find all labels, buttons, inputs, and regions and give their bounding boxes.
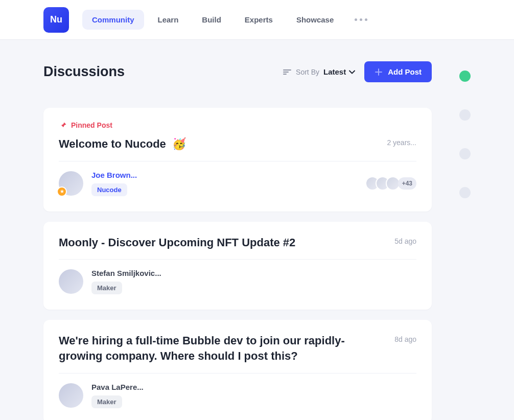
post-time: 8d ago: [394, 335, 416, 343]
post-list: Pinned Post Welcome to Nucode 🥳 2 years.…: [43, 108, 432, 420]
post-tag[interactable]: Maker: [91, 282, 122, 294]
avatar[interactable]: [59, 269, 83, 294]
primary-nav: Community Learn Build Experts Showcase: [82, 10, 375, 30]
post-title: We're hiring a full-time Bubble dev to j…: [59, 333, 384, 363]
author-name: Pava LaPere...: [91, 383, 144, 391]
participants-more: +43: [398, 177, 416, 190]
nav-item-community[interactable]: Community: [82, 10, 144, 30]
add-post-button[interactable]: Add Post: [364, 61, 432, 82]
sort-dropdown[interactable]: Sort By Latest: [283, 67, 355, 76]
main-content: Discussions Sort By Latest Add Post: [43, 61, 432, 420]
add-post-label: Add Post: [388, 67, 422, 76]
nav-item-showcase[interactable]: Showcase: [287, 10, 343, 30]
avatar[interactable]: [59, 171, 83, 196]
participants[interactable]: +43: [369, 176, 416, 191]
post-tag[interactable]: Nucode: [91, 183, 127, 196]
page-title: Discussions: [43, 64, 125, 80]
dot-icon: [360, 18, 362, 21]
sidebar-peek: [459, 61, 471, 420]
pin-icon: [59, 121, 67, 129]
status-dot-icon: [459, 187, 471, 198]
pinned-tag: Pinned Post: [59, 121, 416, 129]
nav-item-learn[interactable]: Learn: [148, 10, 189, 30]
divider: [59, 373, 416, 374]
status-dot-icon: [459, 71, 471, 82]
post-card[interactable]: Pinned Post Welcome to Nucode 🥳 2 years.…: [43, 108, 432, 212]
status-dot-icon: [459, 109, 471, 121]
emoji: 🥳: [172, 137, 186, 150]
author-block: Pava LaPere... Maker: [59, 383, 144, 408]
divider: [59, 259, 416, 260]
post-card[interactable]: We're hiring a full-time Bubble dev to j…: [43, 320, 432, 420]
star-badge-icon: [57, 186, 67, 197]
post-title: Moonly - Discover Upcoming NFT Update #2: [59, 235, 295, 250]
post-time: 2 years...: [387, 138, 416, 147]
nav-more-button[interactable]: [347, 18, 375, 21]
post-tag[interactable]: Maker: [91, 395, 122, 408]
author-block: Joe Brown... Nucode: [59, 171, 137, 196]
post-card[interactable]: Moonly - Discover Upcoming NFT Update #2…: [43, 222, 432, 310]
nav-item-experts[interactable]: Experts: [235, 10, 283, 30]
chevron-down-icon: [349, 70, 355, 74]
sort-label: Sort By: [296, 68, 319, 76]
logo[interactable]: Nu: [43, 7, 69, 33]
header-actions: Sort By Latest Add Post: [283, 61, 432, 82]
plus-icon: [375, 68, 383, 76]
status-dot-icon: [459, 148, 471, 159]
dot-icon: [355, 18, 357, 21]
nav-item-build[interactable]: Build: [192, 10, 231, 30]
page-header: Discussions Sort By Latest Add Post: [43, 61, 432, 82]
sort-icon: [283, 68, 292, 76]
post-time: 5d ago: [394, 237, 416, 245]
avatar[interactable]: [59, 383, 83, 408]
author-block: Stefan Smiljkovic... Maker: [59, 269, 161, 294]
divider: [59, 161, 416, 161]
post-title: Welcome to Nucode 🥳: [59, 136, 186, 152]
sort-value: Latest: [323, 67, 355, 76]
dot-icon: [365, 18, 367, 21]
top-navigation: Nu Community Learn Build Experts Showcas…: [0, 0, 514, 40]
author-name: Stefan Smiljkovic...: [91, 269, 161, 277]
author-link[interactable]: Joe Brown...: [91, 171, 137, 179]
